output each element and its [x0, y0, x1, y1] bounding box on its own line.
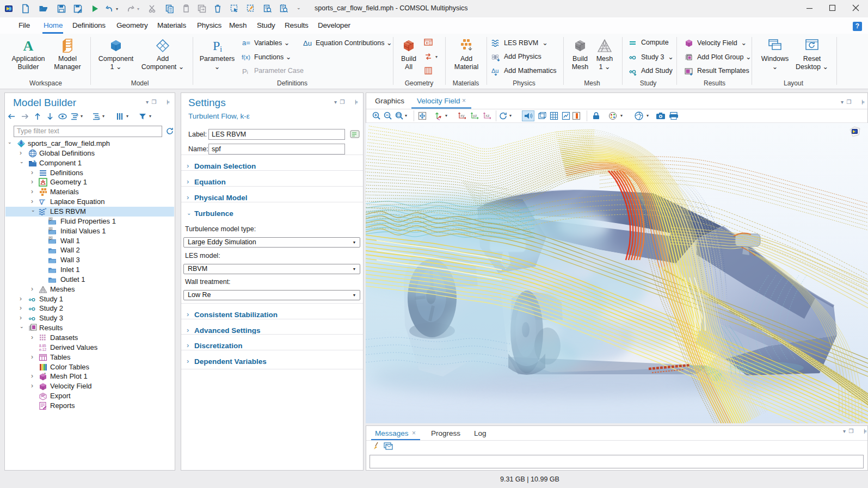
- svg-text:xy: xy: [460, 113, 465, 118]
- svg-text:Δu: Δu: [491, 67, 498, 74]
- svg-text:yz: yz: [473, 113, 477, 118]
- svg-text:e-12: e-12: [39, 348, 46, 351]
- svg-text:f(x): f(x): [242, 54, 250, 60]
- svg-text:Pi: Pi: [242, 67, 248, 76]
- svg-text:Δu: Δu: [303, 39, 312, 47]
- svg-text:D: D: [50, 218, 52, 221]
- svg-text:A: A: [23, 38, 34, 54]
- svg-text:*: *: [45, 207, 47, 212]
- svg-text:D: D: [50, 237, 52, 240]
- svg-text:D: D: [50, 227, 52, 231]
- svg-text:*: *: [44, 198, 45, 203]
- svg-text:P: P: [213, 39, 220, 53]
- svg-text:xz: xz: [485, 113, 490, 118]
- svg-text:8.85: 8.85: [39, 344, 46, 348]
- svg-text:*: *: [44, 372, 46, 376]
- svg-text:i: i: [220, 45, 222, 53]
- svg-text:a=: a=: [242, 39, 250, 47]
